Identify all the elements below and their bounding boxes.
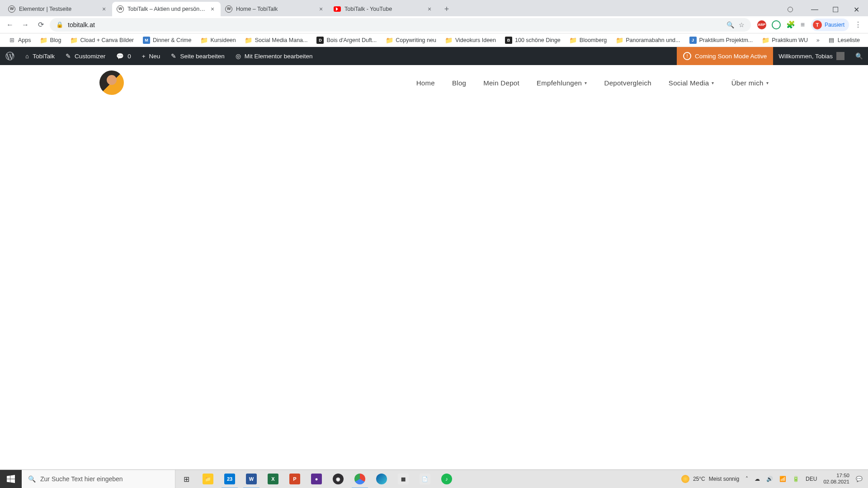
adblock-icon[interactable]: ABP [757,20,766,29]
close-window-button[interactable]: ✕ [846,3,866,16]
bookmark-item[interactable]: DBois d'Argent Duft... [313,35,380,46]
bookmark-label: Dinner & Crime [153,37,191,43]
maximize-button[interactable]: ☐ [826,3,845,16]
nav-empfehlungen[interactable]: Empfehlungen▾ [537,79,587,87]
nav-depot[interactable]: Mein Depot [483,79,519,87]
browser-tab-2[interactable]: Home – TobiTalk × [221,2,329,16]
bookmark-item[interactable]: B100 schöne Dinge [501,35,564,46]
tray-overflow-icon[interactable]: ˄ [745,476,748,482]
battery-icon[interactable]: 🔋 [793,476,799,482]
bookmark-item[interactable]: JPraktikum Projektm... [686,35,757,46]
browser-tab-1[interactable]: TobiTalk – Aktien und persönlich... × [112,2,221,16]
nav-about[interactable]: Über mich▾ [731,79,769,87]
wordpress-icon [5,52,14,61]
bookmark-star-icon[interactable]: ☆ [739,21,745,28]
folder-icon: 📁 [200,37,208,44]
wp-comments-link[interactable]: 💬 0 [111,47,137,65]
spotify-icon: ♪ [441,474,452,484]
extensions-icon[interactable]: 🧩 [786,20,795,29]
nav-label: Home [416,79,435,87]
close-icon[interactable]: × [317,5,325,13]
bookmark-item[interactable]: 📁Bloomberg [566,35,610,46]
apps-button[interactable]: ⊞ Apps [5,35,35,46]
nav-blog[interactable]: Blog [452,79,466,87]
language-indicator[interactable]: DEU [806,476,817,482]
volume-icon[interactable]: 🔊 [766,476,773,482]
wp-user-link[interactable]: Willkommen, Tobias [773,47,850,65]
bookmark-item[interactable]: 📁Social Media Mana... [241,35,311,46]
extension-icon[interactable] [772,20,781,29]
back-button[interactable]: ← [4,19,16,31]
address-bar[interactable]: 🔒 tobitalk.at 🔍 ☆ [50,18,751,32]
reload-button[interactable]: ⟳ [34,19,47,31]
word-button[interactable]: W [241,470,262,488]
zoom-icon[interactable]: 🔍 [726,21,734,28]
mail-button[interactable]: 23 [219,470,241,488]
clock[interactable]: 17:50 02.08.2021 [823,473,849,485]
close-icon[interactable]: × [100,5,108,13]
taskbar-search[interactable]: 🔍 Zur Suche Text hier eingeben [22,470,175,488]
app-button[interactable]: ● [306,470,327,488]
date-text: 02.08.2021 [823,479,849,485]
bookmark-item[interactable]: 📁Copywriting neu [382,35,440,46]
bookmark-item[interactable]: MDinner & Crime [139,35,195,46]
wp-new-link[interactable]: + Neu [137,47,166,65]
close-icon[interactable]: × [209,5,216,13]
reading-list-button[interactable]: ▤ Leseliste [824,35,863,46]
wp-welcome-text: Willkommen, Tobias [778,53,833,60]
wifi-icon[interactable]: 📶 [779,476,786,482]
notepad-button[interactable]: 📄 [414,470,436,488]
reading-list-label: Leseliste [838,37,860,43]
site-logo[interactable] [99,70,124,95]
reading-list-icon[interactable]: ≡ [801,21,805,29]
task-view-button[interactable]: ⊞ [175,470,197,488]
browser-tab-3[interactable]: TobiTalk - YouTube × [329,2,438,16]
bookmark-item[interactable]: 📁Cload + Canva Bilder [67,35,137,46]
edge-button[interactable] [371,470,392,488]
wp-elementor-link[interactable]: ◎ Mit Elementor bearbeiten [230,47,318,65]
wp-site-link[interactable]: ⌂ TobiTalk [20,47,60,65]
notifications-icon[interactable]: 💬 [856,476,863,482]
chrome-button[interactable] [349,470,371,488]
bookmark-item[interactable]: 📁Praktikum WU [758,35,811,46]
coming-soon-badge[interactable]: ! Coming Soon Mode Active [677,47,773,65]
forward-button[interactable]: → [19,19,32,31]
onedrive-icon[interactable]: ☁ [755,476,760,482]
close-icon[interactable]: × [426,5,433,13]
bookmark-item[interactable]: 📁Videokurs Ideen [442,35,500,46]
powerpoint-button[interactable]: P [284,470,306,488]
excel-button[interactable]: X [262,470,284,488]
site-icon: M [143,37,150,44]
nav-label: Über mich [731,79,764,87]
wp-customizer-link[interactable]: ✎ Customizer [60,47,111,65]
spotify-button[interactable]: ♪ [436,470,458,488]
wp-search-button[interactable]: 🔍 [850,47,868,65]
wp-edit-page-link[interactable]: ✎ Seite bearbeiten [165,47,230,65]
bookmark-label: Praktikum WU [772,37,808,43]
nav-social[interactable]: Social Media▾ [669,79,714,87]
file-explorer-button[interactable]: 📁 [197,470,219,488]
account-icon[interactable] [788,7,793,12]
window-controls: — ☐ ✕ [788,3,868,16]
new-tab-button[interactable]: + [440,3,453,15]
excel-icon: X [268,474,278,484]
bookmark-item[interactable]: 📁Kursideen [197,35,239,46]
nav-home[interactable]: Home [416,79,435,87]
weather-widget[interactable]: 25°C Meist sonnig [681,475,739,483]
bookmarks-overflow-icon[interactable]: » [816,37,820,43]
wp-logo-button[interactable] [0,47,20,65]
obs-button[interactable]: ◉ [327,470,349,488]
app-button-2[interactable]: ▦ [392,470,414,488]
minimize-button[interactable]: — [805,3,825,16]
bookmark-item[interactable]: 📁Blog [37,35,65,46]
menu-button[interactable]: ⋮ [852,19,864,31]
tab-title: Elementor | Testseite [19,6,97,12]
weather-temp: 25°C [693,476,705,482]
start-button[interactable] [0,470,22,488]
browser-tab-0[interactable]: Elementor | Testseite × [4,2,112,16]
nav-label: Social Media [669,79,709,87]
pencil-icon: ✎ [171,52,176,60]
nav-depotvergleich[interactable]: Depotvergleich [604,79,651,87]
bookmark-item[interactable]: 📁Panoramabahn und... [612,35,684,46]
profile-button[interactable]: T Pausiert [811,19,849,31]
